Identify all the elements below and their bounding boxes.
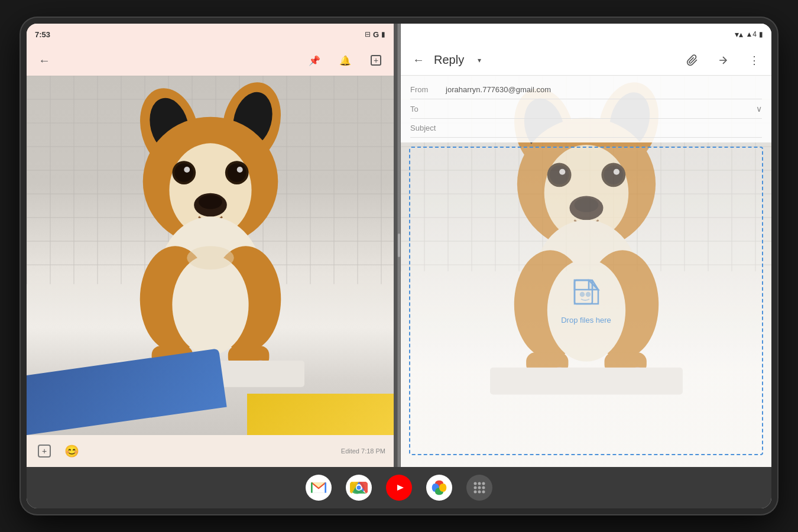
back-arrow-icon: ← <box>38 54 50 67</box>
more-dots-icon: ⋮ <box>749 54 759 67</box>
drop-files-text: Drop files here <box>561 316 611 325</box>
edit-timestamp: Edited 7:18 PM <box>341 447 385 455</box>
svg-point-75 <box>478 482 481 485</box>
svg-point-82 <box>482 491 485 494</box>
svg-point-12 <box>184 167 190 173</box>
gmail-app-icon[interactable] <box>306 475 332 501</box>
add-button[interactable]: + <box>366 51 385 70</box>
right-toolbar-right: ⋮ <box>683 51 763 70</box>
add-square-icon: + <box>371 55 381 66</box>
bell-icon: 🔔 <box>339 55 351 66</box>
svg-point-19 <box>172 255 248 355</box>
left-toolbar: ← 📌 🔔 + <box>27 45 394 76</box>
dropdown-arrow-icon: ▾ <box>478 56 481 64</box>
photos-app-icon[interactable] <box>426 475 452 501</box>
svg-point-79 <box>482 486 485 489</box>
photos-svg <box>430 479 448 497</box>
subject-field-row[interactable]: Subject <box>410 119 762 138</box>
from-label: From <box>410 85 446 94</box>
to-field-row[interactable]: To ∨ <box>410 99 762 119</box>
drop-zone[interactable]: Drop files here <box>409 147 763 455</box>
more-options-button[interactable]: ⋮ <box>744 51 763 70</box>
tablet-frame: 7:53 ⊟ G ▮ ← � <box>21 18 777 514</box>
send-icon <box>717 54 729 66</box>
right-compose-area: From joraharryn.777630@gmail.com To ∨ Su… <box>401 76 771 467</box>
emoji-button[interactable]: 😊 <box>62 442 81 460</box>
pin-button[interactable]: 📌 <box>305 51 324 70</box>
right-toolbar: ← Reply ▾ <box>401 45 771 76</box>
chrome-svg <box>350 479 368 497</box>
grid-svg <box>473 481 486 494</box>
svg-point-77 <box>474 486 477 489</box>
wifi-status-icon: ▾▴ <box>735 30 743 39</box>
svg-point-10 <box>174 163 193 182</box>
left-bottom-bar: + 😊 Edited 7:18 PM <box>27 435 394 467</box>
back-button[interactable]: ← <box>35 51 54 70</box>
compose-title: Reply <box>434 53 464 67</box>
from-field-row: From joraharryn.777630@gmail.com <box>410 80 762 99</box>
add-media-button[interactable]: + <box>35 442 54 460</box>
svg-point-78 <box>478 486 481 489</box>
youtube-app-icon[interactable] <box>386 475 412 501</box>
svg-rect-64 <box>575 280 589 290</box>
right-status-icons: ▾▴ ▲4 ▮ <box>735 30 763 39</box>
compose-fields-container: From joraharryn.777630@gmail.com To ∨ Su… <box>401 76 771 142</box>
from-value: joraharryn.777630@gmail.com <box>446 85 762 94</box>
signal-status-icon: ▲4 <box>745 30 757 38</box>
taskbar <box>27 467 771 508</box>
sim-status-icon: ⊟ <box>365 30 371 38</box>
right-back-arrow-icon: ← <box>413 53 424 67</box>
svg-point-74 <box>474 482 477 485</box>
attach-icon <box>686 54 698 66</box>
tablet-screen: 7:53 ⊟ G ▮ ← � <box>27 24 771 508</box>
divider-handle[interactable] <box>398 233 400 257</box>
g-status-icon: G <box>373 30 379 39</box>
right-back-button[interactable]: ← <box>409 51 428 70</box>
svg-point-13 <box>236 167 242 173</box>
reply-dropdown-button[interactable]: ▾ <box>470 51 489 70</box>
svg-point-81 <box>478 491 481 494</box>
drop-file-icon <box>572 278 601 311</box>
left-panel: 7:53 ⊟ G ▮ ← � <box>27 24 397 467</box>
gmail-svg <box>311 482 326 494</box>
svg-point-71 <box>357 486 361 490</box>
chrome-app-icon[interactable] <box>346 475 372 501</box>
corgi-left-svg <box>45 82 375 387</box>
svg-point-66 <box>586 293 590 296</box>
svg-point-76 <box>482 482 485 485</box>
right-status-bar: ▾▴ ▲4 ▮ <box>401 24 771 45</box>
left-status-icons: ⊟ G ▮ <box>365 30 385 39</box>
svg-point-31 <box>187 246 234 270</box>
notification-button[interactable]: 🔔 <box>336 51 355 70</box>
food-bag-yellow <box>247 394 394 435</box>
right-toolbar-left: ← Reply ▾ <box>409 51 489 70</box>
svg-point-11 <box>227 163 246 182</box>
send-button[interactable] <box>713 51 732 70</box>
svg-point-15 <box>199 195 222 209</box>
split-container: 7:53 ⊟ G ▮ ← � <box>27 24 771 467</box>
status-time: 7:53 <box>35 30 50 39</box>
battery-status-icon: ▮ <box>381 30 385 38</box>
youtube-svg <box>391 482 407 494</box>
expand-icon[interactable]: ∨ <box>756 104 762 113</box>
svg-point-65 <box>580 293 584 296</box>
subject-label: Subject <box>410 124 446 132</box>
add-media-icon: + <box>38 445 51 458</box>
svg-point-80 <box>474 491 477 494</box>
to-label: To <box>410 105 446 113</box>
left-toolbar-left: ← <box>35 51 54 70</box>
pin-icon: 📌 <box>309 55 320 66</box>
left-image-area <box>27 76 394 435</box>
battery-right-icon: ▮ <box>759 30 763 38</box>
left-toolbar-right: 📌 🔔 + <box>305 51 385 70</box>
emoji-icon: 😊 <box>64 444 79 458</box>
left-status-bar: 7:53 ⊟ G ▮ <box>27 24 394 45</box>
app-drawer-icon[interactable] <box>466 475 492 501</box>
right-panel: ▾▴ ▲4 ▮ ← Reply ▾ <box>401 24 771 467</box>
attach-button[interactable] <box>683 51 702 70</box>
